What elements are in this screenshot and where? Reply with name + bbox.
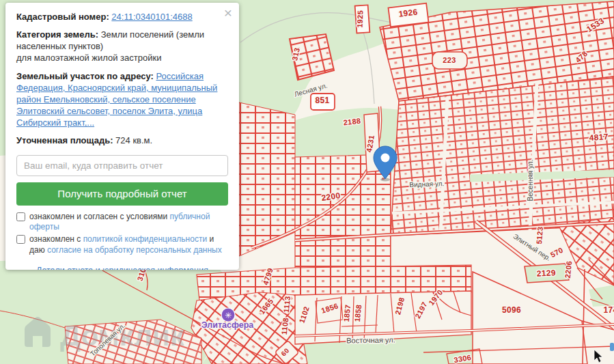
offer-consent-text: ознакомлен и согласен с условиями публич… <box>29 212 228 234</box>
parcel-info-popup: × Кадастровый номер: 24:11:0340101:4688 … <box>5 3 239 270</box>
map-parcel-label: 2129 <box>536 268 556 278</box>
email-input[interactable] <box>16 155 228 176</box>
privacy-consent-row: ознакомлен с политикой конфиденциальност… <box>16 234 228 256</box>
popup-footer-links: Детали отчета и юридическая информация Р… <box>16 264 228 270</box>
personal-data-link[interactable]: согласие на обработку персональных данны… <box>47 245 222 255</box>
address-label: Земельный участок по адресу: <box>16 71 154 81</box>
close-icon[interactable]: × <box>224 5 232 20</box>
offer-consent-checkbox[interactable] <box>16 212 25 221</box>
map-street-label: Видная ул. <box>409 180 444 188</box>
address-row: Земельный участок по адресу: Российская … <box>16 70 228 129</box>
map-parcel-label: 1925 <box>356 10 365 28</box>
cadastral-number-label: Кадастровый номер: <box>16 12 109 22</box>
cadastral-number-link[interactable]: 24:11:0340101:4688 <box>111 12 192 22</box>
map-clipped-poi-chip <box>610 343 614 351</box>
get-report-button[interactable]: Получить подробный отчет <box>16 182 228 206</box>
poi-icon[interactable]: ✳ <box>221 308 235 322</box>
report-details-link[interactable]: Детали отчета и юридическая информация <box>36 266 208 270</box>
privacy-consent-checkbox[interactable] <box>16 235 25 244</box>
map-parcel-label: 174 <box>604 305 614 315</box>
map-parcel-label: 5123 <box>535 226 544 244</box>
privacy-consent-text: ознакомлен с политикой конфиденциальност… <box>29 234 228 256</box>
land-category-row: Категория земель: Земли поселений (земли… <box>16 29 228 64</box>
map-street-label: Восточная ул. <box>346 335 395 344</box>
area-row: Уточненная площадь: 724 кв.м. <box>16 135 228 146</box>
cadastral-map-app: Домклик ✳ 192519261533223478313851218842… <box>0 0 614 364</box>
area-label: Уточненная площадь: <box>16 135 113 145</box>
privacy-policy-link[interactable]: политикой конфиденциальности <box>83 234 207 244</box>
land-category-label: Категория земель: <box>16 29 98 40</box>
map-parcel-label: 1113 <box>282 296 292 313</box>
offer-consent-row: ознакомлен и согласен с условиями публич… <box>16 212 228 234</box>
area-value: 724 кв.м. <box>115 135 152 145</box>
map-parcel-label: 5096 <box>502 305 521 315</box>
cadastral-number-row: Кадастровый номер: 24:11:0340101:4688 <box>16 11 228 23</box>
map-poi-label: Элитасфера <box>201 320 255 330</box>
map-street-label: Весенняя ул. <box>527 160 534 201</box>
map-parcel-label: 223 <box>443 56 456 64</box>
svg-text:✳: ✳ <box>225 311 232 320</box>
land-category-value2: для малоэтажной жилой застройки <box>16 53 161 63</box>
map-parcel-label: 851 <box>316 96 330 105</box>
map-parcel-label: 4817 <box>589 132 609 143</box>
